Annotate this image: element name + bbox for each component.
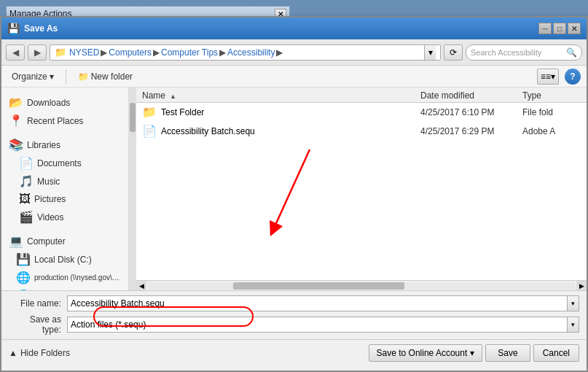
sidebar-item-recent-places[interactable]: 📍 Recent Places [4,112,125,130]
back-button[interactable]: ◀ [6,44,25,61]
horizontal-scrollbar[interactable]: ◀ ▶ [136,280,587,290]
savetype-value: Action files (*.sequ) [71,319,146,330]
filename-label: File name: [9,298,67,309]
sidebar-item-local-disk[interactable]: 💾 Local Disk (C:) [4,250,125,268]
search-placeholder-text: Search Accessibility [471,48,541,57]
documents-icon: 📄 [19,156,34,170]
file-type-test-folder: File fold [522,107,581,117]
breadcrumb-folder-icon: 📁 [55,47,66,58]
sidebar-item-production[interactable]: 🌐 production (\\nysed.gov\APP\Applicatio… [4,268,125,287]
file-list: 📁 Test Folder 4/25/2017 6:10 PM File fol… [136,103,587,280]
cancel-button[interactable]: Cancel [533,344,579,362]
sidebar-item-documents[interactable]: 📄 Documents [4,154,125,172]
footer-row: ▲ Hide Folders Save to Online Account ▾ … [1,339,587,366]
save-button[interactable]: Save [485,344,530,362]
file-row-test-folder[interactable]: 📁 Test Folder 4/25/2017 6:10 PM File fol… [136,103,587,122]
organize-toolbar: Organize ▾ 📁 New folder ≡≡ ▾ ? [1,66,587,88]
dialog-minimize-btn[interactable]: ─ [538,23,552,34]
dialog-maximize-btn[interactable]: □ [553,23,566,34]
file-row-accessibility-batch[interactable]: 📄 Accessibility Batch.sequ 4/25/2017 6:2… [136,122,587,141]
refresh-button[interactable]: ⟳ [444,44,463,61]
file-pane-header: Name ▲ Date modified Type [136,88,587,103]
toolbar-separator [66,69,66,84]
sidebar-scroll-thumb[interactable] [130,103,136,132]
file-date-accessibility-batch: 4/25/2017 6:29 PM [420,126,522,136]
savetype-dropdown-btn[interactable]: ▾ [568,317,579,333]
downloads-icon: 📂 [9,96,23,109]
videos-icon: 🎬 [19,210,34,224]
save-to-online-account-button[interactable]: Save to Online Account ▾ [369,344,483,362]
libraries-icon: 📚 [9,138,23,152]
search-icon: 🔍 [566,47,577,58]
hide-folders-label: Hide Folders [20,348,70,358]
nav-toolbar: ◀ ▶ 📁 NYSED ▶ Computers ▶ Computer Tips … [1,39,587,66]
sidebar-item-libraries[interactable]: 📚 Libraries [4,136,125,154]
dialog-titlebar: 💾 Save As ─ □ ✕ [1,18,587,39]
savetype-select[interactable]: Action files (*.sequ) [67,317,568,333]
forward-button[interactable]: ▶ [28,44,47,61]
left-sidebar: 📂 Downloads 📍 Recent Places 📚 Libraries … [1,88,129,290]
file-date-test-folder: 4/25/2017 6:10 PM [420,107,522,117]
view-button[interactable]: ≡≡ ▾ [537,69,559,85]
music-icon: 🎵 [19,174,34,188]
sidebar-item-videos[interactable]: 🎬 Videos [4,208,125,226]
col-name-header[interactable]: Name ▲ [142,90,420,101]
local-disk-icon: 💾 [16,252,31,266]
file-name-test-folder: Test Folder [161,107,420,117]
save-online-label: Save to Online Account [377,348,468,358]
file-pane: Name ▲ Date modified Type 📁 Test Folder … [136,88,587,290]
computer-icon: 💻 [9,234,23,248]
sidebar-item-downloads[interactable]: 📂 Downloads [4,93,125,112]
recent-places-icon: 📍 [9,114,23,128]
new-folder-button[interactable]: 📁 New folder [74,70,137,83]
sidebar-item-more[interactable]: 🌐 — [4,287,125,290]
filename-dropdown-btn[interactable]: ▾ [568,295,579,311]
breadcrumb-dropdown-btn[interactable]: ▾ [424,44,436,61]
sidebar-item-music[interactable]: 🎵 Music [4,172,125,190]
sidebar-item-pictures[interactable]: 🖼 Pictures [4,190,125,208]
filename-input[interactable] [67,295,568,311]
dialog-title-icon: 💾 [7,23,20,34]
network-icon: 🌐 [16,271,31,284]
save-online-dropdown-icon: ▾ [470,348,474,358]
breadcrumb-bar[interactable]: 📁 NYSED ▶ Computers ▶ Computer Tips ▶ Ac… [50,44,441,61]
breadcrumb-nysed[interactable]: NYSED [69,47,99,58]
pictures-icon: 🖼 [19,193,31,206]
dialog-title-text: Save As [24,23,58,34]
scroll-left-btn[interactable]: ◀ [136,281,146,291]
hide-folders-button[interactable]: ▲ Hide Folders [9,348,70,358]
sequ-file-icon: 📄 [142,124,157,138]
scroll-thumb[interactable] [233,282,404,290]
folder-icon: 📁 [142,105,157,119]
more-icon: 🌐 [16,289,31,290]
breadcrumb-accessibility[interactable]: Accessibility [227,47,275,58]
col-type-header[interactable]: Type [522,90,581,101]
col-date-header[interactable]: Date modified [420,90,522,101]
file-type-accessibility-batch: Adobe A [522,126,581,136]
sidebar-scroll-track[interactable] [129,88,136,290]
savetype-label: Save as type: [9,314,67,335]
hide-folders-icon: ▲ [9,348,17,358]
new-folder-icon: 📁 [78,71,89,82]
bottom-section: File name: ▾ Save as type: Action files … [1,290,587,339]
help-button[interactable]: ? [565,69,581,85]
organize-button[interactable]: Organize ▾ [7,70,58,83]
breadcrumb-computers[interactable]: Computers [109,47,152,58]
sort-indicator: ▲ [170,93,176,100]
savetype-row: Save as type: Action files (*.sequ) ▾ [9,314,579,335]
breadcrumb-computer-tips[interactable]: Computer Tips [161,47,218,58]
filename-row: File name: ▾ [9,295,579,311]
main-content: 📂 Downloads 📍 Recent Places 📚 Libraries … [1,88,587,290]
scroll-right-btn[interactable]: ▶ [576,281,587,291]
production-label: production (\\nysed.gov\APP\Applications… [34,274,121,282]
sidebar-item-computer[interactable]: 💻 Computer [4,232,125,250]
save-as-dialog: 💾 Save As ─ □ ✕ ◀ ▶ 📁 NYSED ▶ Computers … [0,16,588,372]
scroll-track[interactable] [148,282,575,290]
file-name-accessibility-batch: Accessibility Batch.sequ [161,126,420,136]
dialog-close-btn[interactable]: ✕ [568,23,581,34]
search-box[interactable]: Search Accessibility 🔍 [466,44,582,61]
